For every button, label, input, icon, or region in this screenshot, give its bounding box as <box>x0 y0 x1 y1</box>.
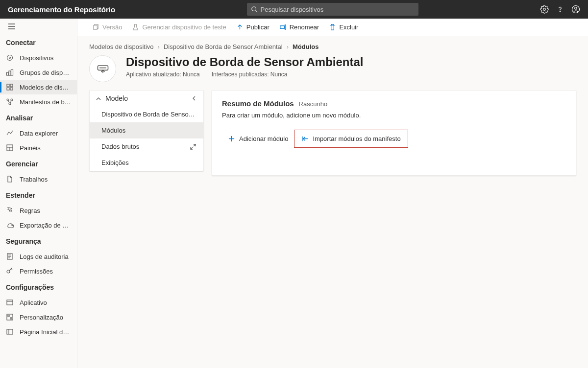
modules-panel: Resumo de Módulos Rascunho Para criar um… <box>212 90 576 176</box>
device-icon <box>6 54 14 62</box>
model-panel-header[interactable]: Modelo <box>90 91 203 106</box>
svg-point-9 <box>7 55 13 61</box>
sidebar: Conectar Dispositivos Grupos de disposit… <box>0 19 77 368</box>
sidebar-item-label: Permissões <box>20 268 53 275</box>
svg-rect-34 <box>7 329 13 334</box>
version-icon <box>92 23 99 31</box>
svg-point-2 <box>543 8 546 11</box>
svg-point-10 <box>9 57 11 59</box>
title-meta: Aplicativo atualizado: Nunca Interfaces … <box>126 71 364 78</box>
sidebar-item-label: Data explorer <box>20 130 58 137</box>
svg-rect-36 <box>94 25 98 29</box>
svg-point-5 <box>575 7 577 10</box>
customize-icon <box>6 313 14 321</box>
tree-item-views[interactable]: Exibições <box>90 155 203 171</box>
jobs-icon <box>6 175 14 183</box>
svg-rect-14 <box>7 84 9 87</box>
tree-item-label: Dados brutos <box>101 143 139 150</box>
gear-icon[interactable] <box>540 5 549 14</box>
crumb-modules: Módulos <box>293 43 318 50</box>
tree-item-modules[interactable]: Módulos <box>90 122 203 138</box>
chevron-left-icon[interactable] <box>191 95 197 102</box>
plus-icon <box>228 135 235 142</box>
sidebar-item-audit-logs[interactable]: Logs de auditoria <box>0 249 77 264</box>
sidebar-item-customization[interactable]: Personalização <box>0 310 77 324</box>
help-icon[interactable] <box>556 5 564 14</box>
breadcrumb: Modelos de dispositivo › Dispositivo de … <box>89 43 576 50</box>
svg-rect-33 <box>10 318 12 319</box>
nav-section-conectar: Conectar <box>0 34 77 50</box>
sidebar-item-edge-manifests[interactable]: Manifestos de borda <box>0 94 77 109</box>
app-title: Gerenciamento do Repositório <box>8 5 115 14</box>
publish-icon <box>236 23 244 31</box>
sidebar-item-data-export[interactable]: Exportação de dados <box>0 218 77 232</box>
import-highlight-box: Importar módulos do manifesto <box>294 130 408 148</box>
sidebar-item-application[interactable]: Aplicativo <box>0 295 77 310</box>
search-bar[interactable] <box>247 3 418 16</box>
sidebar-item-devices[interactable]: Dispositivos <box>0 50 77 65</box>
crumb-templates[interactable]: Modelos de dispositivo <box>89 43 154 50</box>
search-icon <box>251 6 258 13</box>
svg-rect-15 <box>10 84 13 87</box>
command-bar: Versão Gerenciar dispositivo de teste Pu… <box>77 19 588 36</box>
modules-title-row: Resumo de Módulos Rascunho <box>222 99 566 108</box>
sidebar-item-label: Grupos de dispositivos <box>20 69 71 76</box>
home-icon <box>6 328 14 336</box>
sidebar-item-label: Dispositivos <box>20 54 53 62</box>
sidebar-item-label: Personalização <box>20 314 63 321</box>
cmd-label: Versão <box>102 23 122 31</box>
sidebar-item-device-templates[interactable]: Modelos de disposit... <box>0 80 77 94</box>
nav-section-seguranca: Segurança <box>0 232 77 249</box>
svg-rect-29 <box>7 300 13 305</box>
sidebar-item-device-groups[interactable]: Grupos de dispositivos <box>0 65 77 80</box>
cmd-delete[interactable]: Excluir <box>324 19 363 36</box>
cmd-label: Publicar <box>246 23 270 31</box>
sidebar-item-dashboards[interactable]: Painéis <box>0 140 77 155</box>
two-column-layout: Modelo Dispositivo de Borda de Sensor Am… <box>89 90 576 176</box>
svg-rect-13 <box>11 69 13 75</box>
sidebar-item-jobs[interactable]: Trabalhos <box>0 172 77 186</box>
tree-item-raw-data[interactable]: Dados brutos <box>90 138 203 155</box>
main-area: Versão Gerenciar dispositivo de teste Pu… <box>77 19 588 368</box>
cmd-manage-test-device[interactable]: Gerenciar dispositivo de teste <box>127 19 231 36</box>
sidebar-item-data-explorer[interactable]: Data explorer <box>0 126 77 140</box>
cmd-label: Renomear <box>290 23 319 31</box>
hamburger-button[interactable] <box>0 19 77 34</box>
search-input[interactable] <box>261 6 415 13</box>
expand-icon[interactable] <box>190 143 196 150</box>
add-module-button[interactable]: Adicionar módulo <box>222 131 294 146</box>
trash-icon <box>329 23 336 31</box>
chevron-right-icon: › <box>158 43 160 50</box>
cmd-label: Excluir <box>339 23 358 31</box>
sidebar-item-iot-homepage[interactable]: Página Inicial do IoT C <box>0 324 77 339</box>
crumb-device[interactable]: Dispositivo de Borda de Sensor Ambiental <box>164 43 283 50</box>
svg-point-0 <box>251 7 256 11</box>
sidebar-item-rules[interactable]: Regras <box>0 203 77 218</box>
device-badge-icon <box>89 55 116 82</box>
cmd-publish[interactable]: Publicar <box>231 19 274 36</box>
sidebar-item-label: Página Inicial do IoT C <box>20 328 71 336</box>
import-modules-label: Importar módulos do manifesto <box>313 135 400 142</box>
sidebar-item-label: Aplicativo <box>20 299 47 306</box>
app-icon <box>6 299 14 306</box>
sidebar-item-label: Trabalhos <box>20 176 48 183</box>
chart-icon <box>6 129 14 137</box>
import-modules-button[interactable]: Importar módulos do manifesto <box>295 131 406 146</box>
account-icon[interactable] <box>571 5 580 14</box>
module-actions: Adicionar módulo Importar módulos do man… <box>222 130 566 148</box>
meta-published: Interfaces publicadas: Nunca <box>212 71 288 78</box>
meta-updated: Aplicativo atualizado: Nunca <box>126 71 200 78</box>
sidebar-item-permissions[interactable]: Permissões <box>0 264 77 278</box>
sidebar-item-label: Manifestos de borda <box>20 98 71 106</box>
svg-point-20 <box>9 103 11 105</box>
cmd-rename[interactable]: Renomear <box>274 19 324 36</box>
rules-icon <box>6 207 14 214</box>
sidebar-item-label: Painéis <box>20 144 41 152</box>
tree-item-device[interactable]: Dispositivo de Borda de Sensor Am... <box>90 106 203 122</box>
draft-badge: Rascunho <box>299 100 328 108</box>
cmd-version[interactable]: Versão <box>87 19 127 36</box>
svg-rect-39 <box>280 26 284 29</box>
chevron-right-icon: › <box>287 43 289 50</box>
main-layout: Conectar Dispositivos Grupos de disposit… <box>0 19 588 368</box>
chevron-up-icon <box>96 95 101 101</box>
